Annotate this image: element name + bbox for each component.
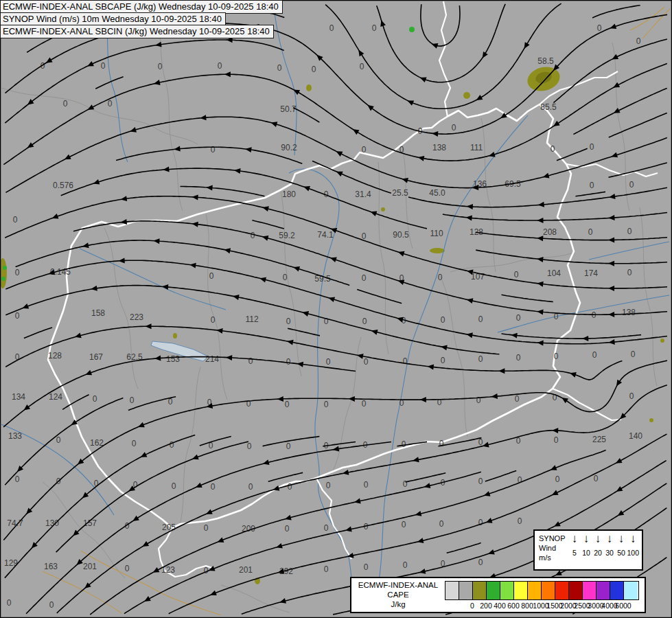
cape-scale-cell (542, 582, 555, 599)
zero-value-label: 0 (285, 400, 290, 409)
zero-value-label: 0 (285, 524, 290, 534)
cape-value-label: 167 (89, 352, 103, 362)
zero-value-label: 0 (247, 442, 252, 451)
cape-legend-title: ECMWF-INDEX-ANAL CAPE J/kg (351, 578, 445, 612)
zero-value-label: 0 (211, 482, 216, 492)
weather-map-canvas: 31.358.585.550.790.21381110.57618031.425… (0, 0, 672, 618)
zero-value-label: 0 (452, 123, 456, 133)
cape-area (463, 92, 470, 99)
down-arrow-icon: ↓ (615, 532, 627, 546)
cape-value-label: 112 (245, 314, 258, 324)
zero-value-label: 0 (441, 356, 445, 365)
zero-value-label: 0 (130, 396, 135, 405)
zero-value-label: 0 (286, 317, 291, 326)
cape-scale-cell (528, 582, 542, 599)
wind-speed-value: 30 (603, 549, 615, 557)
zero-value-label: 0 (288, 482, 292, 492)
cape-value-label: 223 (130, 312, 143, 322)
cape-tick-label: 600 (507, 602, 520, 610)
cape-value-label: 90.5 (393, 230, 409, 240)
zero-value-label: 0 (516, 313, 521, 323)
zero-value-label: 0 (15, 311, 20, 321)
wind-speed-sample: ↓30 (603, 532, 615, 569)
wind-speed-value: 20 (592, 549, 603, 557)
zero-value-label: 0 (283, 273, 288, 282)
zero-value-label: 0 (326, 357, 331, 367)
zero-value-label: 0 (441, 315, 445, 325)
cape-value-label: 74.1 (317, 230, 334, 240)
cape-value-label: 138 (432, 143, 446, 152)
cape-legend-parameter: CAPE (351, 590, 445, 599)
cape-area (381, 207, 385, 211)
zero-value-label: 0 (324, 523, 329, 533)
cape-value-label: 205 (162, 523, 176, 532)
cape-tick-row: 0200400600800100015002000250030004000600… (445, 600, 638, 610)
cape-scale-cell (624, 582, 638, 599)
cape-legend: ECMWF-INDEX-ANAL CAPE J/kg 0200400600800… (350, 577, 646, 613)
wind-legend-parameter: Wind (539, 543, 568, 553)
zero-value-label: 0 (248, 482, 253, 492)
zero-value-label: 0 (364, 357, 369, 367)
cape-tick-label: 200 (480, 602, 492, 610)
zero-value-label: 0 (627, 227, 632, 236)
zero-value-label: 0 (211, 145, 216, 154)
zero-value-label: 0 (312, 65, 316, 74)
zero-value-label: 0 (515, 394, 520, 404)
cape-area (649, 418, 653, 422)
zero-value-label: 0 (13, 215, 18, 225)
zero-value-label: 0 (588, 227, 593, 237)
zero-value-label: 0 (590, 142, 594, 152)
zero-value-label: 0 (478, 558, 483, 567)
cape-area (306, 84, 312, 91)
zero-value-label: 0 (554, 435, 559, 445)
cape-value-label: 201 (239, 565, 253, 575)
cape-value-label: 180 (282, 190, 296, 199)
zero-value-label: 0 (629, 391, 634, 401)
zero-value-label: 0 (636, 36, 641, 46)
cape-tick-label: 800 (521, 602, 533, 610)
cape-scale-cell (596, 582, 610, 599)
zero-value-label: 0 (364, 480, 369, 490)
cape-scale-cell (514, 582, 528, 599)
zero-value-label: 0 (248, 356, 253, 366)
cape-value-label: 163 (44, 562, 58, 571)
cape-value-label: 134 (12, 392, 25, 402)
cape-colorbar (445, 581, 639, 600)
zero-value-label: 0 (101, 61, 106, 71)
zero-value-label: 0 (594, 474, 599, 483)
zero-value-label: 0 (286, 357, 291, 367)
wind-speed-sample: ↓50 (615, 532, 627, 569)
cape-tick-label: 0 (470, 602, 474, 610)
zero-value-label: 0 (438, 273, 443, 282)
wind-legend-title: SYNOP Wind m/s (535, 531, 568, 569)
cape-value-label: 124 (49, 392, 62, 402)
cape-legend-units: J/kg (351, 599, 445, 609)
zero-value-label: 0 (476, 396, 481, 405)
zero-value-label: 0 (439, 519, 444, 529)
zero-value-label: 0 (170, 440, 174, 450)
wind-speed-value: 50 (615, 549, 627, 557)
zero-value-label: 0 (362, 273, 367, 283)
cape-value-label: 129 (4, 558, 18, 568)
cape-value-label: 214 (205, 354, 219, 364)
wind-speed-scale: ↓5↓10↓20↓30↓50↓100 (568, 531, 642, 569)
zero-value-label: 0 (324, 400, 329, 409)
zero-value-label: 0 (478, 354, 483, 364)
cape-scale-cell (487, 582, 500, 599)
zero-value-label: 0 (590, 181, 594, 190)
header-line-sbcape: ECMWF-INDEX-ANAL SBCAPE (J/kg) Wednesday… (0, 0, 283, 14)
cape-scale-cell (555, 582, 569, 599)
header-line-sbcin: ECMWF-INDEX-ANAL SBCIN (J/kg) Wednesday … (0, 25, 274, 38)
zero-value-label: 0 (403, 356, 408, 366)
zero-value-label: 0 (362, 317, 367, 326)
down-arrow-icon: ↓ (603, 532, 615, 546)
zero-value-label: 0 (211, 315, 216, 325)
zero-value-label: 0 (478, 314, 483, 324)
cape-scale-cell (569, 582, 583, 599)
cape-value-label: 157 (83, 518, 97, 528)
zero-value-label: 0 (329, 23, 334, 33)
zero-value-label: 0 (478, 518, 483, 527)
wind-speed-sample: ↓10 (580, 532, 592, 569)
zero-value-label: 0 (251, 231, 255, 240)
wind-legend-units: m/s (539, 553, 568, 562)
